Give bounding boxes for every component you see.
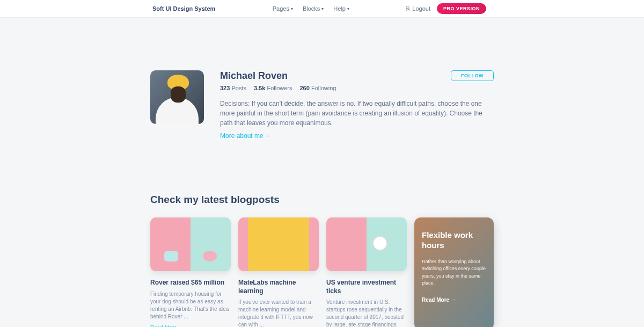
logout-icon: ⎘: [406, 5, 410, 12]
blog-card: Rover raised $65 million Finding tempora…: [150, 217, 231, 327]
profile-stats: 323 Posts 3.5k Followers 260 Following: [220, 85, 494, 91]
follow-button[interactable]: FOLLOW: [451, 70, 494, 81]
more-about-label: More about me: [220, 132, 264, 140]
overlay-read-more-label: Read More: [422, 297, 449, 303]
nav-blocks-label: Blocks: [303, 5, 320, 12]
blog-card-desc: If you've ever wanted to train a machine…: [238, 299, 319, 327]
nav-help-label: Help: [333, 5, 346, 12]
nav-right: ⎘Logout PRO VERSION: [406, 3, 486, 14]
blog-card-desc: Finding temporary housing for your dog s…: [150, 290, 231, 321]
blog-card-title[interactable]: Rover raised $65 million: [150, 279, 231, 287]
nav-pages[interactable]: Pages▾: [273, 5, 293, 12]
stat-followers-n: 3.5k: [254, 85, 265, 91]
profile-bio: Decisions: If you can't decide, the answ…: [220, 99, 494, 128]
stat-posts-n: 323: [220, 85, 230, 91]
stat-followers: 3.5k Followers: [254, 85, 292, 91]
nav-blocks[interactable]: Blocks▾: [303, 5, 324, 12]
blog-thumb[interactable]: [150, 217, 231, 271]
chevron-down-icon: ▾: [347, 6, 349, 11]
more-about-link[interactable]: More about me→: [220, 132, 270, 140]
stat-following-n: 260: [300, 85, 310, 91]
arrow-right-icon: →: [266, 133, 270, 139]
stat-following-l: Following: [311, 85, 336, 91]
arrow-right-icon: →: [451, 297, 456, 302]
profile-body: Michael Roven FOLLOW 323 Posts 3.5k Foll…: [220, 70, 494, 140]
blog-cards: Rover raised $65 million Finding tempora…: [150, 217, 494, 327]
blog-card-title[interactable]: MateLabs machine learning: [238, 279, 319, 295]
avatar[interactable]: [150, 70, 204, 124]
read-more-link[interactable]: Read More→: [150, 325, 183, 327]
stat-posts-l: Posts: [231, 85, 246, 91]
chevron-down-icon: ▾: [291, 6, 293, 11]
logout-label: Logout: [412, 5, 430, 12]
profile-head: Michael Roven FOLLOW: [220, 70, 494, 82]
blog-card: US venture investment ticks Venture inve…: [326, 217, 407, 327]
brand[interactable]: Soft UI Design System: [152, 5, 215, 12]
main-container: Michael Roven FOLLOW 323 Posts 3.5k Foll…: [150, 18, 494, 327]
overlay-card[interactable]: Flexible work hours Rather than worrying…: [414, 217, 494, 327]
stat-followers-l: Followers: [267, 85, 292, 91]
blog-card-desc: Venture investment in U.S. startups rose…: [326, 299, 407, 327]
arrow-right-icon: →: [178, 325, 183, 327]
nav-inner: Soft UI Design System Pages▾ Blocks▾ Hel…: [13, 3, 631, 14]
blog-card: MateLabs machine learning If you've ever…: [238, 217, 319, 327]
chevron-down-icon: ▾: [321, 6, 324, 11]
pro-version-button[interactable]: PRO VERSION: [437, 3, 486, 14]
blog-heading: Check my latest blogposts: [150, 194, 494, 206]
nav-help[interactable]: Help▾: [333, 5, 349, 12]
logout-link[interactable]: ⎘Logout: [406, 5, 430, 12]
stat-posts: 323 Posts: [220, 85, 246, 91]
blog-thumb[interactable]: [326, 217, 407, 271]
navbar: Soft UI Design System Pages▾ Blocks▾ Hel…: [0, 0, 644, 18]
profile-section: Michael Roven FOLLOW 323 Posts 3.5k Foll…: [150, 70, 494, 140]
stat-following: 260 Following: [300, 85, 336, 91]
blog-thumb[interactable]: [238, 217, 319, 271]
profile-name: Michael Roven: [220, 70, 288, 82]
nav-center: Pages▾ Blocks▾ Help▾: [273, 5, 349, 12]
read-more-label: Read More: [150, 325, 177, 327]
overlay-desc: Rather than worrying about switching off…: [422, 258, 486, 287]
blog-card-title[interactable]: US venture investment ticks: [326, 279, 407, 295]
overlay-title: Flexible work hours: [422, 230, 486, 251]
overlay-read-more[interactable]: Read More→: [422, 297, 456, 303]
nav-pages-label: Pages: [273, 5, 289, 12]
